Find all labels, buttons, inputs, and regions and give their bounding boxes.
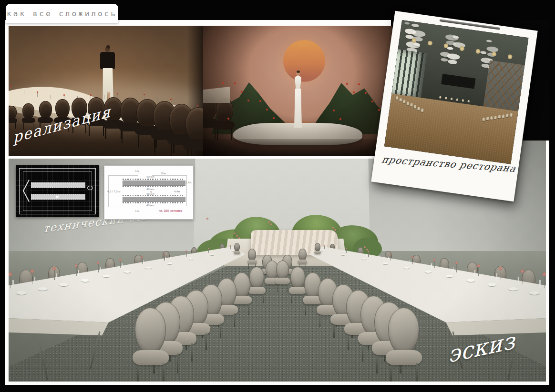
- wine-glass: [496, 273, 497, 280]
- title-tab-label: как все сложилось: [7, 9, 117, 18]
- chair-row: [123, 186, 185, 187]
- restaurant-chair: [486, 117, 489, 121]
- wine-glass: [474, 270, 475, 276]
- restaurant-chair: [456, 98, 459, 101]
- flower: [119, 259, 122, 261]
- restaurant-chair: [467, 100, 470, 103]
- restaurant-chair: [421, 109, 424, 112]
- plate: [467, 279, 475, 281]
- flower: [37, 91, 38, 93]
- chair-row: [123, 195, 185, 196]
- restaurant-chair: [399, 98, 402, 101]
- wine-glass: [78, 270, 79, 276]
- restaurant-chair: [396, 96, 399, 100]
- wine-glass: [231, 247, 231, 249]
- flower: [353, 91, 355, 93]
- flower: [141, 256, 143, 258]
- photo-ceremony: [203, 26, 392, 159]
- flower: [247, 100, 249, 101]
- flower: [266, 109, 268, 111]
- flower: [75, 264, 78, 267]
- restaurant-chair: [498, 115, 501, 119]
- title-tab: как все сложилось: [6, 4, 118, 23]
- restaurant-chair: [502, 114, 505, 118]
- flower: [411, 256, 413, 258]
- flower: [97, 261, 99, 264]
- restaurant-chair: [445, 97, 447, 100]
- wine-glass: [12, 280, 13, 288]
- flower: [346, 83, 348, 85]
- flower: [371, 101, 373, 102]
- restaurant-chair: [439, 96, 442, 99]
- wine-glass: [539, 280, 540, 288]
- flower: [52, 267, 55, 270]
- flower: [365, 92, 367, 94]
- polaroid-photo: пространство ресторана: [371, 11, 537, 202]
- chair: [234, 243, 240, 257]
- flower: [333, 110, 335, 111]
- wine-glass: [453, 267, 454, 272]
- wine-glass: [388, 257, 389, 261]
- dim-side-offsets: 4,5 / 7,5 м: [107, 190, 120, 193]
- chair-row: [123, 179, 185, 180]
- flower: [433, 259, 436, 261]
- flower: [117, 93, 118, 94]
- chair: [314, 243, 321, 257]
- chair: [133, 308, 169, 382]
- restaurant-chair: [417, 107, 420, 111]
- plate: [508, 287, 518, 291]
- plate: [210, 254, 214, 256]
- restaurant-windows: [391, 49, 427, 99]
- flower: [477, 264, 480, 267]
- cad-table-row-1: [31, 182, 85, 188]
- chair: [298, 249, 307, 269]
- plate: [383, 262, 388, 264]
- flower: [259, 100, 261, 102]
- flower: [208, 248, 209, 249]
- restaurant-chair: [490, 116, 493, 120]
- plate: [404, 267, 410, 269]
- dim-table-width: 1,4м: [185, 181, 191, 184]
- flower: [339, 118, 341, 120]
- restaurant-chair: [406, 101, 409, 105]
- wine-glass: [56, 273, 57, 280]
- flower: [378, 109, 380, 111]
- restaurant-chair: [494, 115, 497, 119]
- restaurant-chair: [510, 113, 513, 117]
- plate: [341, 254, 345, 256]
- flower: [90, 94, 92, 96]
- flower: [273, 117, 275, 119]
- plate: [145, 267, 151, 269]
- bride: [293, 71, 303, 131]
- cad-dark-plan: [16, 165, 99, 217]
- chair: [275, 261, 290, 292]
- restaurant-chair: [414, 105, 417, 109]
- wine-glass: [100, 267, 101, 272]
- presentation-slide: технический эскиз эскиз реализация: [0, 0, 555, 392]
- flower: [170, 99, 172, 100]
- wine-glass: [34, 277, 35, 284]
- wine-glass: [165, 257, 166, 261]
- flower: [499, 267, 502, 270]
- table-bar: [123, 181, 185, 186]
- restaurant-chair: [410, 103, 413, 107]
- flower: [10, 85, 11, 87]
- dim-total-length: 20м: [161, 172, 166, 175]
- dim-bottom-offset: 4 м: [135, 210, 139, 212]
- wine-glass: [187, 254, 188, 257]
- flower: [222, 82, 224, 84]
- flower: [234, 82, 236, 84]
- plate: [167, 262, 173, 264]
- restaurant-chair: [403, 100, 406, 103]
- wine-glass: [345, 251, 345, 253]
- wine-glass: [122, 263, 122, 269]
- restaurant-chair: [451, 98, 453, 101]
- flower: [31, 270, 34, 273]
- chair: [247, 249, 257, 269]
- wine-glass: [410, 260, 410, 264]
- flower: [9, 272, 12, 276]
- wine-glass: [144, 260, 144, 264]
- dim-seats-1: 40чел: [146, 175, 154, 178]
- flower: [543, 272, 546, 276]
- capacity-note: на 160 человек: [159, 209, 182, 212]
